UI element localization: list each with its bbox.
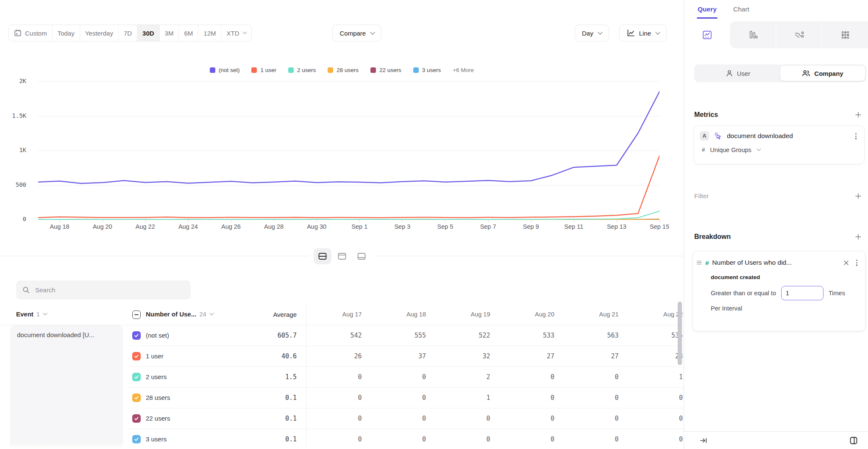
row-average: 0.1 <box>229 394 297 402</box>
date-range-custom[interactable]: Custom <box>9 25 53 41</box>
series-line--not-set- <box>38 91 659 183</box>
date-range-label: Custom <box>25 30 47 37</box>
compare-button[interactable]: Compare <box>332 25 381 42</box>
condition-value-input[interactable] <box>781 286 823 300</box>
row-checkbox[interactable] <box>132 394 141 402</box>
remove-breakdown-button[interactable] <box>842 259 850 267</box>
date-range-yesterday[interactable]: Yesterday <box>80 25 119 41</box>
date-range-label: 3M <box>165 30 174 37</box>
breakdown-menu-button[interactable] <box>854 258 859 268</box>
cell-value: 1 <box>627 373 684 381</box>
hash-icon: # <box>702 147 705 153</box>
drag-handle-icon[interactable] <box>696 260 702 265</box>
date-header[interactable]: Aug 21 <box>563 311 627 318</box>
date-range-12m[interactable]: 12M <box>198 25 221 41</box>
event-list-item[interactable]: document downloaded [U... <box>10 325 123 449</box>
date-range-7d[interactable]: 7D <box>119 25 137 41</box>
row-average: 40.6 <box>229 352 297 360</box>
legend-swatch <box>251 67 257 73</box>
date-range-3m[interactable]: 3M <box>160 25 179 41</box>
date-header[interactable]: Aug 22 <box>627 311 684 318</box>
legend-label: 28 users <box>337 67 359 73</box>
toolbar-right-group: Day Line <box>575 25 667 42</box>
cell-value: 37 <box>370 352 435 360</box>
kebab-menu-icon <box>854 132 857 140</box>
add-breakdown-button[interactable] <box>854 232 863 241</box>
select-all-checkbox[interactable] <box>132 310 141 319</box>
metric-card[interactable]: A document downloaded # Unique Groups <box>693 125 865 164</box>
row-checkbox[interactable] <box>132 373 141 381</box>
average-column-header: Average <box>229 311 297 318</box>
y-axis-label: 500 <box>0 181 26 188</box>
row-values: 542555522533563535 <box>306 332 684 339</box>
user-icon <box>726 69 733 77</box>
series-column-header[interactable]: Number of Use... 24 <box>146 310 213 318</box>
cell-value: 0 <box>627 415 684 422</box>
y-axis-label: 1K <box>0 147 26 153</box>
metric-badge: A <box>700 131 709 141</box>
table-scrollbar[interactable] <box>678 302 682 365</box>
x-axis-label: Sep 3 <box>394 223 410 230</box>
chart-canvas[interactable] <box>38 78 659 222</box>
legend-more[interactable]: +6 More <box>453 67 474 73</box>
breakdown-card[interactable]: # Number of Users who did... document cr… <box>693 251 865 331</box>
interval-label: Per Interval <box>711 305 859 312</box>
date-range-6m[interactable]: 6M <box>179 25 198 41</box>
legend-item[interactable]: 1 user <box>251 67 276 73</box>
date-range-30d[interactable]: 30D <box>137 25 160 41</box>
cell-value: 555 <box>370 332 435 339</box>
date-range-today[interactable]: Today <box>53 25 80 41</box>
interval-button[interactable]: Day <box>575 25 609 42</box>
toggle-user[interactable]: User <box>696 66 780 81</box>
legend-item[interactable]: 28 users <box>328 67 359 73</box>
date-header[interactable]: Aug 17 <box>306 311 370 318</box>
split-view-button[interactable] <box>849 435 859 446</box>
toggle-company[interactable]: Company <box>780 66 865 81</box>
date-header[interactable]: Aug 18 <box>370 311 435 318</box>
tab-chart[interactable]: Chart <box>733 6 749 13</box>
legend-item[interactable]: 22 users <box>370 67 401 73</box>
legend-item[interactable]: (not set) <box>210 67 240 73</box>
cell-value: 0 <box>370 394 435 402</box>
chart-type-bar-option[interactable] <box>730 21 776 48</box>
cell-value: 0 <box>499 415 563 422</box>
row-label: 3 users <box>146 435 167 443</box>
search-input[interactable] <box>34 286 184 294</box>
row-checkbox[interactable] <box>132 331 141 340</box>
legend-label: (not set) <box>219 67 240 73</box>
metric-menu-button[interactable] <box>854 131 858 141</box>
chart-type-line-option[interactable] <box>684 21 730 48</box>
chart-type-grid-option[interactable] <box>822 21 868 48</box>
add-filter-button[interactable] <box>854 191 863 201</box>
legend-item[interactable]: 2 users <box>288 67 316 73</box>
row-checkbox[interactable] <box>132 414 141 423</box>
legend-item[interactable]: 3 users <box>413 67 441 73</box>
event-column-header[interactable]: Event 1 <box>16 310 47 318</box>
collapse-panel-button[interactable] <box>698 435 709 446</box>
x-axis-label: Aug 24 <box>178 223 198 230</box>
x-axis-label: Sep 7 <box>480 223 496 230</box>
row-average: 605.7 <box>229 332 297 339</box>
cell-value: 28 <box>627 352 684 360</box>
cell-value: 0 <box>563 394 627 402</box>
search-box[interactable] <box>16 280 191 299</box>
tab-query[interactable]: Query <box>698 6 717 13</box>
x-axis-label: Aug 26 <box>221 223 241 230</box>
search-icon <box>22 286 30 294</box>
row-values: 001000 <box>306 394 684 402</box>
date-range-xtd[interactable]: XTD <box>221 25 251 41</box>
event-count: 1 <box>36 310 40 318</box>
chevron-down-icon <box>370 30 375 34</box>
date-header[interactable]: Aug 20 <box>499 311 563 318</box>
row-checkbox[interactable] <box>132 352 141 360</box>
chart-type-flow-option[interactable] <box>776 21 822 48</box>
add-metric-button[interactable] <box>854 110 863 119</box>
chevron-down-icon <box>43 311 47 315</box>
chart-legend: (not set)1 user2 users28 users22 users3 … <box>0 67 684 73</box>
date-range-label: 30D <box>142 30 154 37</box>
aggregation-selector[interactable]: # Unique Groups <box>700 147 858 153</box>
cell-value: 27 <box>563 352 627 360</box>
chart-type-button[interactable]: Line <box>619 25 667 42</box>
numeric-property-icon: # <box>705 259 709 266</box>
date-header[interactable]: Aug 19 <box>434 311 499 318</box>
